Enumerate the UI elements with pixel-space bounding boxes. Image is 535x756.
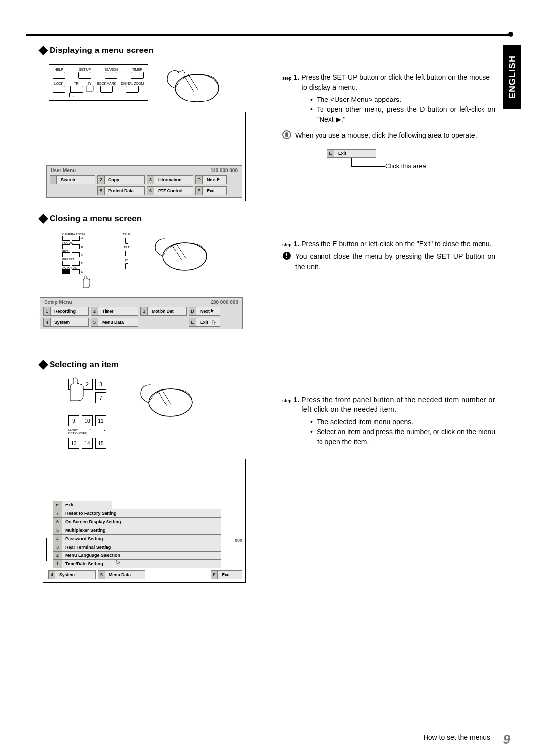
mouse-illustration — [162, 64, 222, 104]
remote-setup-label: SET UP — [79, 68, 91, 71]
user-menu-title: User Menu — [51, 168, 76, 173]
mouse-note-text: When you use a mouse, click the followin… — [295, 130, 477, 140]
setup-menu-timer[interactable]: 2Timer — [91, 307, 138, 316]
user-menu-protect[interactable]: 5Protect Data — [97, 186, 145, 195]
bottom-exit[interactable]: EExit — [211, 570, 242, 579]
remote-lock-label: LOCK — [54, 82, 63, 85]
popup-language[interactable]: 2Menu Language Selection — [53, 551, 221, 560]
setup-menu-motion[interactable]: 3Motion Det — [140, 307, 187, 316]
step-label: step — [282, 242, 292, 248]
remote-zoom-label: DIGITAL ZOOM — [121, 82, 144, 85]
diamond-icon — [38, 360, 48, 370]
setup-menu-title: Setup Menu — [44, 300, 72, 305]
setup-menu-recording[interactable]: 1Recording — [43, 307, 89, 316]
user-menu-next[interactable]: DNext — [195, 175, 227, 184]
bottom-system[interactable]: 4System — [48, 570, 96, 579]
user-menu-information[interactable]: 3Information — [147, 175, 193, 184]
mouse-note-icon — [282, 130, 291, 139]
footer-text: How to set the menus — [424, 733, 490, 741]
selecting-step-text: Press the front panel button of the need… — [301, 395, 495, 415]
language-tab: ENGLISH — [503, 45, 521, 109]
popup-rear-terminal[interactable]: 3Rear Terminal Setting — [53, 543, 221, 552]
step-number: 1. — [294, 239, 300, 249]
keypad-illustration: 123 567 91011 M-DET0▲ DCT ON/OFF 131415 — [68, 379, 106, 451]
closing-step-text: Press the E button or left-click on the … — [301, 239, 495, 249]
user-menu-ptz[interactable]: 6PTZ Control — [147, 186, 193, 195]
selecting-bullet-1: The selected item menu opens. — [310, 417, 495, 427]
section-title-closing: Closing a menu screen — [50, 214, 142, 224]
displaying-step-text: Press the SET UP button or click the lef… — [301, 72, 495, 93]
setup-menu-system[interactable]: 4System — [43, 318, 89, 327]
user-menu-panel: User Menu 100 000 000 1Search 2Copy 3Inf… — [46, 165, 242, 198]
step-number: 1. — [294, 72, 300, 82]
diamond-icon — [38, 214, 48, 224]
hand-icon — [64, 377, 89, 402]
closing-warning-text: You cannot close the menu by pressing th… — [295, 252, 495, 272]
section-title-selecting: Selecting an item — [50, 360, 119, 370]
user-menu-copy[interactable]: 2Copy — [97, 175, 145, 184]
selecting-bullet-2: Select an item and press the number, or … — [310, 427, 495, 447]
exit-button-illustration[interactable]: E Exit — [327, 149, 376, 158]
user-menu-code: 100 000 000 — [210, 168, 238, 173]
section-title-displaying: Displaying a menu screen — [50, 46, 154, 55]
mouse-illustration — [136, 379, 195, 418]
svg-rect-2 — [285, 132, 288, 137]
mouse-illustration — [150, 233, 210, 272]
user-menu-search[interactable]: 1Search — [50, 175, 95, 184]
step-label: step — [282, 398, 292, 404]
remote-timer-label: TIMER — [132, 68, 142, 71]
top-rule — [26, 34, 509, 36]
top-dot — [508, 32, 513, 37]
screen-illustration-setup-menu: Setup Menu 200 000 000 1Recording 2Timer… — [40, 297, 243, 329]
remote-illustration: HELP SET UP SEARCH TIMER LOCK TRI BOOK M… — [49, 64, 148, 101]
controls-cluster-illustration: CAMERA ZOOM A FOCUS B IRIS C PRESET D AU… — [49, 233, 108, 289]
svg-rect-5 — [286, 253, 287, 256]
popup-reset[interactable]: 7Reset to Factory Setting — [53, 509, 221, 518]
hand-icon — [84, 82, 97, 93]
displaying-bullet-1: The <User Menu> appears. — [310, 95, 495, 104]
screen-illustration-user-menu: User Menu 100 000 000 1Search 2Copy 3Inf… — [43, 112, 246, 201]
svg-rect-6 — [286, 257, 287, 258]
remote-tri-label: TRI — [74, 82, 79, 85]
step-number: 1. — [294, 395, 300, 404]
cursor-icon — [116, 560, 122, 566]
bottom-menudata[interactable]: 5Menu Data — [98, 570, 145, 579]
setup-menu-next[interactable]: DNext — [189, 307, 220, 316]
screen-illustration-popup: 000 EExit 7Reset to Factory Setting 6On … — [43, 459, 246, 583]
setup-menu-menudata[interactable]: 5Menu Data — [91, 318, 138, 327]
hand-icon — [80, 275, 93, 289]
remote-help-label: HELP — [54, 68, 63, 71]
setup-menu-exit[interactable]: EExit — [189, 318, 220, 327]
cursor-icon — [212, 319, 218, 325]
popup-password[interactable]: 4Password Setting — [53, 534, 221, 543]
diamond-icon — [38, 46, 48, 55]
remote-bookmark-label: BOOK MARK — [97, 82, 116, 85]
popup-edge-code: 000 — [235, 538, 242, 543]
popup-osd[interactable]: 6On Screen Display Setting — [53, 517, 221, 526]
displaying-bullet-2: To open other menu, press the D button o… — [310, 104, 495, 125]
popup-multiplexer[interactable]: 5Multiplexer Setting — [53, 526, 221, 535]
step-label: step — [282, 75, 292, 82]
user-menu-exit[interactable]: EExit — [195, 186, 227, 195]
popup-timedate[interactable]: 1Time/Date Setting — [53, 559, 221, 568]
click-this-area-label: Click this area — [385, 162, 495, 171]
warning-icon — [282, 252, 291, 260]
popup-exit[interactable]: EExit — [53, 501, 112, 509]
footer-rule — [40, 730, 495, 730]
page-number: 9 — [503, 732, 510, 747]
remote-search-label: SEARCH — [104, 68, 117, 71]
setup-menu-code: 200 000 000 — [211, 300, 238, 305]
